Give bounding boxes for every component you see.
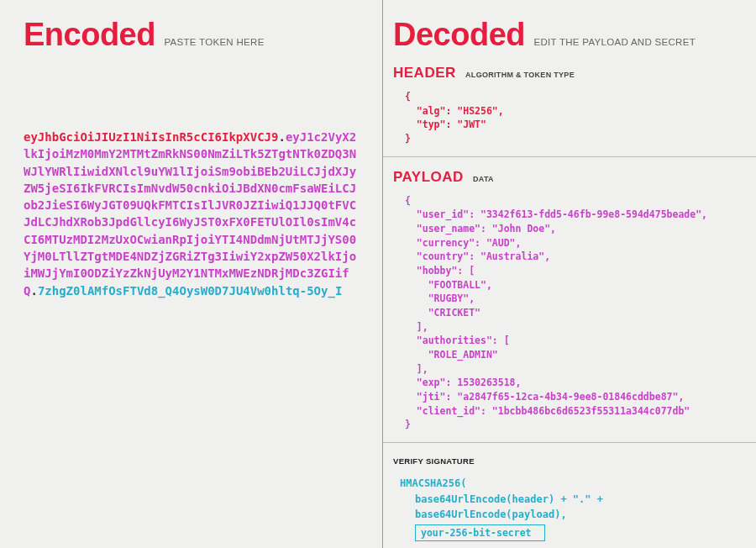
jwt-signature-segment: 7zhgZ0lAMfOsFTVd8_Q4OysW0D7JU4Vw0hltq-5O…: [38, 284, 342, 298]
jwt-dot: .: [30, 284, 37, 298]
separator: [383, 442, 756, 443]
payload-section-sub: DATA: [473, 175, 494, 183]
encoded-title: Encoded: [24, 17, 155, 53]
verify-signature-title: VERIFY SIGNATURE: [393, 456, 748, 466]
separator: [383, 156, 756, 157]
decoded-title: Decoded: [393, 17, 525, 53]
jwt-payload-segment: eyJ1c2VyX2lkIjoiMzM0MmY2MTMtZmRkNS00NmZi…: [24, 130, 356, 298]
secret-input[interactable]: [415, 524, 545, 541]
encoded-hint: PASTE TOKEN HERE: [164, 37, 264, 47]
payload-section-label: PAYLOAD: [393, 169, 464, 185]
jwt-header-segment: eyJhbGciOiJIUzI1NiIsInR5cCI6IkpXVCJ9: [24, 130, 278, 144]
header-section-sub: ALGORITHM & TOKEN TYPE: [465, 71, 575, 79]
decoded-pane: Decoded EDIT THE PAYLOAD AND SECRET HEAD…: [382, 0, 756, 548]
payload-json[interactable]: { "user_id": "3342f613-fdd5-46fb-99e8-59…: [393, 194, 748, 432]
jwt-debugger: Encoded PASTE TOKEN HERE eyJhbGciOiJIUzI…: [0, 0, 756, 548]
jwt-dot: .: [278, 130, 285, 144]
sig-line-2: base64UrlEncode(payload),: [400, 507, 748, 523]
jwt-token-area[interactable]: eyJhbGciOiJIUzI1NiIsInR5cCI6IkpXVCJ9.eyJ…: [24, 129, 359, 299]
header-json[interactable]: { "alg": "HS256", "typ": "JWT" }: [393, 90, 748, 146]
sig-line-1: base64UrlEncode(header) + "." +: [400, 492, 748, 508]
signature-code: HMACSHA256( base64UrlEncode(header) + ".…: [393, 476, 748, 548]
decoded-hint: EDIT THE PAYLOAD AND SECRET: [533, 37, 696, 47]
sig-fn-open: HMACSHA256(: [400, 476, 748, 492]
encoded-pane: Encoded PASTE TOKEN HERE eyJhbGciOiJIUzI…: [0, 0, 382, 548]
payload-section-title: PAYLOAD DATA: [393, 169, 748, 186]
header-section-title: HEADER ALGORITHM & TOKEN TYPE: [393, 65, 748, 82]
header-section-label: HEADER: [393, 65, 456, 81]
